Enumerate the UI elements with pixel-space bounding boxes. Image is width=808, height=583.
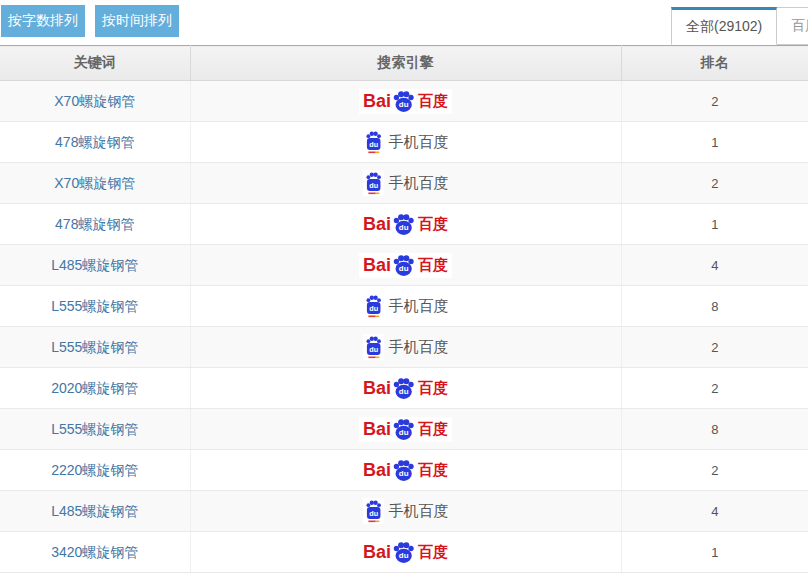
baidu-paw-icon: du: [392, 418, 415, 441]
baidu-pc-logo: Bai du 百度: [359, 89, 452, 114]
engine-cell: Bai du 百度: [190, 245, 621, 286]
baidu-pc-logo: Bai du 百度: [359, 540, 452, 565]
keyword-link[interactable]: L485螺旋钢管: [51, 503, 138, 519]
baidu-cn-text: 百度: [418, 461, 448, 480]
baidu-bai-text: Bai: [363, 378, 391, 399]
tab-baidu[interactable]: 百度: [777, 7, 808, 45]
keyword-link[interactable]: 478螺旋钢管: [55, 134, 134, 150]
keyword-link[interactable]: L555螺旋钢管: [51, 298, 138, 314]
keyword-link[interactable]: X70螺旋钢管: [54, 175, 135, 191]
baidu-mobile-logo: du 手机百度: [363, 170, 449, 196]
ranking-table: 关键词 搜索引擎 排名 X70螺旋钢管 Bai du: [0, 45, 808, 573]
table-body: X70螺旋钢管 Bai du 百度 2: [0, 81, 808, 573]
rank-value: 2: [621, 368, 808, 409]
baidu-pc-logo: Bai du 百度: [359, 212, 452, 237]
baidu-du-text: du: [399, 223, 409, 232]
rank-value: 4: [621, 491, 808, 532]
table-row: L485螺旋钢管 du 手机百度: [0, 491, 808, 532]
baidu-mobile-logo: du 手机百度: [363, 129, 449, 155]
keyword-link[interactable]: 3420螺旋钢管: [51, 544, 138, 560]
sort-by-time-button[interactable]: 按时间排列: [95, 5, 179, 37]
header-rank: 排名: [621, 46, 808, 81]
baidu-cn-text: 百度: [418, 215, 448, 234]
baidu-bai-text: Bai: [363, 214, 391, 235]
baidu-paw-icon: du: [392, 90, 415, 113]
rank-value: 8: [621, 409, 808, 450]
baidu-mobile-logo: du 手机百度: [363, 293, 449, 319]
engine-cell: Bai du 百度: [190, 204, 621, 245]
keyword-link[interactable]: 478螺旋钢管: [55, 216, 134, 232]
baidu-mobile-app-icon: du: [363, 170, 384, 196]
toolbar: 按字数排列 按时间排列 全部(29102) 百度: [0, 0, 808, 45]
mobile-baidu-label: 手机百度: [389, 133, 449, 152]
engine-cell: Bai du 百度: [190, 368, 621, 409]
rank-value: 1: [621, 122, 808, 163]
rank-value: 2: [621, 163, 808, 204]
keyword-link[interactable]: L485螺旋钢管: [51, 257, 138, 273]
baidu-mobile-app-icon: du: [363, 334, 384, 360]
table-row: L485螺旋钢管 Bai du 百度 4: [0, 245, 808, 286]
table-row: L555螺旋钢管 du 手机百度: [0, 327, 808, 368]
engine-cell: Bai du 百度: [190, 532, 621, 573]
keyword-link[interactable]: 2020螺旋钢管: [51, 380, 138, 396]
baidu-bai-text: Bai: [363, 255, 391, 276]
tab-all[interactable]: 全部(29102): [671, 7, 777, 45]
header-keyword: 关键词: [0, 46, 190, 81]
mobile-du-text: du: [369, 345, 378, 354]
baidu-du-text: du: [399, 100, 409, 109]
rank-value: 2: [621, 450, 808, 491]
mobile-baidu-label: 手机百度: [389, 502, 449, 521]
table-header-row: 关键词 搜索引擎 排名: [0, 46, 808, 81]
baidu-mobile-app-icon: du: [363, 498, 384, 524]
baidu-pc-logo: Bai du 百度: [359, 458, 452, 483]
baidu-paw-icon: du: [392, 254, 415, 277]
keyword-link[interactable]: L555螺旋钢管: [51, 421, 138, 437]
table-row: 478螺旋钢管 Bai du 百度 1: [0, 204, 808, 245]
engine-cell: du 手机百度: [190, 327, 621, 368]
header-engine: 搜索引擎: [190, 46, 621, 81]
baidu-mobile-app-icon: du: [363, 293, 384, 319]
baidu-bai-text: Bai: [363, 542, 391, 563]
baidu-bai-text: Bai: [363, 419, 391, 440]
rank-value: 2: [621, 327, 808, 368]
mobile-du-text: du: [369, 181, 378, 190]
baidu-bai-text: Bai: [363, 460, 391, 481]
keyword-link[interactable]: L555螺旋钢管: [51, 339, 138, 355]
baidu-mobile-logo: du 手机百度: [363, 498, 449, 524]
sort-by-words-button[interactable]: 按字数排列: [1, 5, 85, 37]
baidu-du-text: du: [399, 264, 409, 273]
mobile-baidu-label: 手机百度: [389, 338, 449, 357]
table-row: 2220螺旋钢管 Bai du 百度 2: [0, 450, 808, 491]
table-row: L555螺旋钢管 du 手机百度: [0, 286, 808, 327]
engine-cell: du 手机百度: [190, 491, 621, 532]
baidu-pc-logo: Bai du 百度: [359, 253, 452, 278]
baidu-cn-text: 百度: [418, 543, 448, 562]
table-row: 2020螺旋钢管 Bai du 百度 2: [0, 368, 808, 409]
table-row: 478螺旋钢管 du 手机百度: [0, 122, 808, 163]
baidu-pc-logo: Bai du 百度: [359, 417, 452, 442]
baidu-du-text: du: [399, 469, 409, 478]
rank-value: 4: [621, 245, 808, 286]
baidu-paw-icon: du: [392, 213, 415, 236]
keyword-link[interactable]: 2220螺旋钢管: [51, 462, 138, 478]
mobile-du-text: du: [369, 304, 378, 313]
mobile-du-text: du: [369, 509, 378, 518]
baidu-cn-text: 百度: [418, 92, 448, 111]
engine-cell: Bai du 百度: [190, 81, 621, 122]
baidu-paw-icon: du: [392, 541, 415, 564]
baidu-pc-logo: Bai du 百度: [359, 376, 452, 401]
mobile-du-text: du: [369, 140, 378, 149]
baidu-du-text: du: [399, 551, 409, 560]
keyword-link[interactable]: X70螺旋钢管: [54, 93, 135, 109]
engine-cell: du 手机百度: [190, 286, 621, 327]
mobile-baidu-label: 手机百度: [389, 174, 449, 193]
tab-bar: 全部(29102) 百度: [671, 7, 808, 45]
engine-cell: Bai du 百度: [190, 409, 621, 450]
table-row: L555螺旋钢管 Bai du 百度 8: [0, 409, 808, 450]
baidu-cn-text: 百度: [418, 379, 448, 398]
baidu-du-text: du: [399, 428, 409, 437]
baidu-du-text: du: [399, 387, 409, 396]
rank-value: 2: [621, 81, 808, 122]
table-row: X70螺旋钢管 Bai du 百度 2: [0, 81, 808, 122]
baidu-paw-icon: du: [392, 459, 415, 482]
